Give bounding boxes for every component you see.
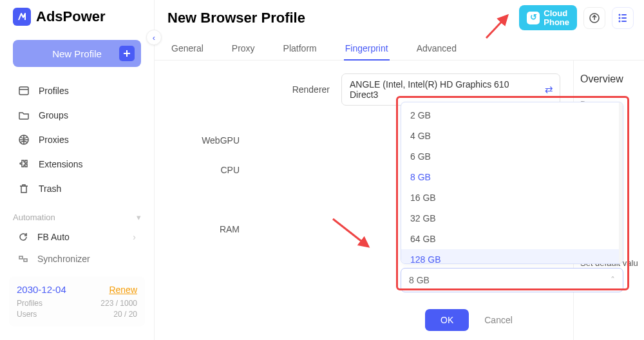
svg-rect-5 [19, 256, 23, 259]
ram-option[interactable]: 4 GB [401, 126, 619, 146]
plus-icon[interactable] [119, 46, 135, 61]
ram-dropdown: 2 GB4 GB6 GB8 GB16 GB32 GB64 GB128 GB 8 … [401, 102, 623, 292]
ram-option[interactable]: 128 GB [401, 249, 619, 263]
renew-link[interactable]: Renew [109, 285, 137, 295]
brand-text: AdsPower [36, 8, 106, 25]
automation-item-fbauto[interactable]: FB Auto › [0, 226, 154, 248]
tab-fingerprint[interactable]: Fingerprint [344, 37, 390, 60]
brand-logo[interactable]: AdsPower [0, 0, 154, 33]
svg-rect-6 [24, 259, 27, 261]
puzzle-icon [18, 158, 30, 170]
cancel-button[interactable]: Cancel [484, 315, 513, 325]
renderer-value: ANGLE (Intel, Intel(R) HD Graphics 610 D… [350, 79, 509, 100]
main: New Browser Profile ↺ CloudPhone General… [155, 0, 644, 340]
sidebar-item-groups[interactable]: Groups [6, 103, 147, 128]
automation-label: FB Auto [37, 232, 70, 242]
ram-option[interactable]: 2 GB [401, 105, 619, 126]
svg-point-8 [619, 14, 621, 15]
window-icon [18, 85, 30, 97]
upload-button[interactable] [583, 7, 605, 29]
sidebar-item-trash[interactable]: Trash [6, 176, 147, 201]
ram-option-list[interactable]: 2 GB4 GB6 GB8 GB16 GB32 GB64 GB128 GB [401, 102, 623, 263]
ram-select-value: 8 GB [409, 275, 430, 285]
shuffle-icon[interactable]: ⇄ [545, 84, 553, 95]
svg-point-12 [619, 20, 621, 22]
new-profile-button[interactable]: New Profile [13, 40, 141, 67]
renderer-label: Renderer [251, 84, 341, 95]
automation-item-sync[interactable]: Synchronizer [0, 248, 154, 270]
chevron-up-icon: ˄ [611, 275, 615, 285]
svg-rect-1 [124, 53, 130, 54]
license-date: 2030-12-04 [17, 284, 66, 295]
tab-platform[interactable]: Platform [282, 37, 318, 60]
license-profiles-label: Profiles [17, 299, 43, 308]
tab-general[interactable]: General [170, 37, 205, 60]
ram-option[interactable]: 8 GB [401, 167, 619, 187]
folder-icon [18, 109, 30, 121]
ram-label: RAM [161, 224, 251, 234]
ok-button[interactable]: OK [425, 309, 469, 331]
list-settings-button[interactable] [612, 7, 634, 29]
sidebar-item-label: Groups [39, 110, 68, 120]
sidebar: AdsPower New Profile Profiles Groups Pro… [0, 0, 155, 340]
svg-rect-9 [621, 14, 627, 15]
renderer-input[interactable]: ANGLE (Intel, Intel(R) HD Graphics 610 D… [341, 73, 560, 106]
svg-rect-11 [621, 17, 627, 19]
nav-list: Profiles Groups Proxies Extensions Trash [0, 73, 154, 206]
new-profile-label: New Profile [52, 48, 102, 59]
logo-icon [13, 8, 31, 26]
tab-proxy[interactable]: Proxy [231, 37, 256, 60]
cloud-phone-button[interactable]: ↺ CloudPhone [519, 5, 577, 30]
license-profiles-value: 223 / 1000 [100, 299, 137, 308]
cloud-phone-icon: ↺ [527, 12, 540, 24]
tab-advanced[interactable]: Advanced [415, 37, 458, 60]
top-bar: New Browser Profile ↺ CloudPhone [155, 0, 644, 33]
automation-label: Synchronizer [37, 254, 90, 264]
sync-icon [18, 254, 28, 264]
webgpu-label: WebGPU [161, 135, 251, 146]
ram-option[interactable]: 6 GB [401, 146, 619, 167]
svg-rect-13 [621, 21, 627, 22]
chevron-down-icon: ▾ [137, 212, 141, 222]
license-users-value: 20 / 20 [113, 310, 137, 319]
sidebar-item-label: Trash [39, 184, 61, 194]
sidebar-item-profiles[interactable]: Profiles [6, 79, 147, 103]
tabs: General Proxy Platform Fingerprint Advan… [155, 33, 644, 61]
svg-point-10 [619, 17, 621, 19]
ram-select-input[interactable]: 8 GB ˄ [401, 268, 623, 292]
overview-title: Overview [580, 73, 638, 85]
ram-option[interactable]: 16 GB [401, 187, 619, 208]
cpu-label: CPU [161, 165, 251, 175]
sidebar-item-extensions[interactable]: Extensions [6, 152, 147, 176]
license-users-label: Users [17, 310, 37, 319]
sidebar-item-label: Profiles [39, 86, 69, 96]
sidebar-item-proxies[interactable]: Proxies [6, 128, 147, 152]
chevron-right-icon: › [133, 232, 136, 242]
license-box: 2030-12-04 Renew Profiles 223 / 1000 Use… [9, 276, 145, 326]
svg-rect-2 [19, 87, 28, 95]
trash-icon [18, 183, 30, 194]
globe-icon [18, 134, 30, 146]
sidebar-item-label: Proxies [39, 135, 69, 145]
ram-option[interactable]: 64 GB [401, 229, 619, 249]
automation-header[interactable]: Automation ▾ [0, 206, 154, 226]
sidebar-item-label: Extensions [39, 159, 82, 169]
page-title: New Browser Profile [167, 10, 305, 26]
ram-option[interactable]: 32 GB [401, 208, 619, 229]
refresh-icon [18, 232, 28, 242]
